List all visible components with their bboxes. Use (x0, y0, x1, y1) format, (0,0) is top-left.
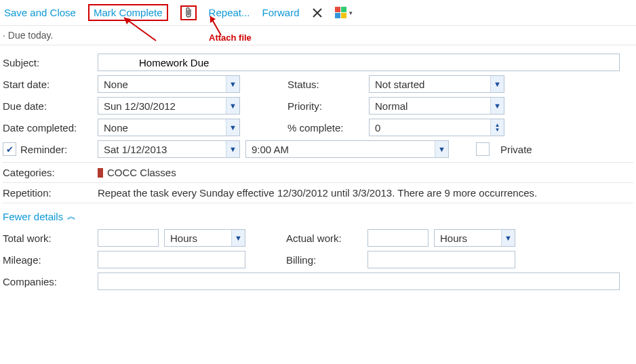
category-chip[interactable]: COCC Classes (98, 167, 176, 178)
paperclip-icon (184, 7, 193, 19)
status-value: Not started (370, 79, 490, 90)
billing-label: Billing: (286, 254, 367, 266)
category-color-icon (98, 168, 103, 178)
reminder-time-picker[interactable]: 9:00 AM ▼ (245, 140, 449, 158)
private-label: Private (500, 144, 532, 155)
private-checkbox[interactable] (476, 142, 490, 156)
start-date-label: Start date: (3, 79, 98, 90)
pct-complete-label: % complete: (287, 122, 369, 134)
categorize-icon (335, 7, 346, 18)
due-date-picker[interactable]: Sun 12/30/2012 ▼ (98, 97, 240, 115)
subject-label: Subject: (3, 57, 98, 68)
chevron-down-icon: ▼ (501, 230, 515, 246)
chevron-down-icon: ▼ (226, 141, 239, 157)
actual-work-unit-value: Hours (435, 232, 501, 244)
due-date-label: Due date: (3, 100, 98, 112)
reminder-time-value: 9:00 AM (246, 144, 435, 155)
mileage-input[interactable] (98, 251, 245, 268)
companies-label: Companies: (3, 276, 98, 287)
save-and-close-button[interactable]: Save and Close (4, 7, 76, 18)
chevron-down-icon: ▼ (490, 98, 504, 114)
chevron-down-icon: ▼ (226, 76, 239, 92)
reminder-date-picker[interactable]: Sat 1/12/2013 ▼ (98, 140, 240, 158)
spinner-icon: ▲▼ (490, 119, 504, 136)
pct-complete-stepper[interactable]: 0 ▲▼ (369, 119, 504, 136)
total-work-unit-select[interactable]: Hours ▼ (164, 229, 245, 247)
companies-input[interactable] (98, 272, 620, 290)
repetition-text: Repeat the task every Sunday effective 1… (98, 187, 537, 199)
repeat-button[interactable]: Repeat... (209, 7, 250, 18)
reminder-date-value: Sat 1/12/2013 (98, 144, 226, 155)
delete-button[interactable] (312, 7, 323, 18)
chevron-down-icon: ▼ (226, 98, 239, 114)
chevron-down-icon: ▼ (490, 76, 504, 92)
actual-work-unit-select[interactable]: Hours ▼ (434, 229, 515, 247)
categories-label: Categories: (3, 167, 98, 178)
fewer-details-label: Fewer details (3, 211, 63, 222)
actual-work-input[interactable] (367, 229, 429, 247)
actual-work-label: Actual work: (286, 232, 367, 244)
categorize-menu-button[interactable]: ▾ (335, 7, 353, 18)
priority-select[interactable]: Normal ▼ (369, 97, 504, 115)
date-completed-value: None (98, 122, 226, 134)
priority-value: Normal (370, 100, 490, 112)
total-work-label: Total work: (3, 232, 98, 244)
forward-button[interactable]: Forward (262, 7, 299, 18)
date-completed-label: Date completed: (3, 122, 98, 134)
category-name: COCC Classes (107, 167, 176, 178)
priority-label: Priority: (287, 100, 369, 112)
date-completed-picker[interactable]: None ▼ (98, 119, 240, 136)
mark-complete-button[interactable]: Mark Complete (88, 4, 168, 21)
mileage-label: Mileage: (3, 254, 98, 266)
reminder-label: Reminder: (20, 144, 67, 155)
due-banner: · Due today. (0, 26, 636, 45)
attach-file-button[interactable] (180, 5, 197, 20)
due-date-value: Sun 12/30/2012 (98, 100, 226, 112)
close-x-icon (312, 7, 323, 18)
chevron-down-icon: ▼ (231, 230, 245, 246)
dropdown-caret-icon: ▾ (349, 9, 353, 16)
repetition-label: Repetition: (3, 187, 98, 199)
reminder-checkbox[interactable] (3, 142, 16, 156)
pct-complete-value: 0 (370, 122, 490, 134)
status-select[interactable]: Not started ▼ (369, 75, 504, 93)
total-work-unit-value: Hours (165, 232, 231, 244)
chevron-up-double-icon: ︽ (67, 210, 76, 222)
subject-input[interactable] (98, 54, 620, 71)
chevron-down-icon: ▼ (435, 141, 448, 157)
total-work-input[interactable] (98, 229, 159, 247)
start-date-value: None (98, 79, 226, 90)
status-label: Status: (287, 79, 369, 90)
start-date-picker[interactable]: None ▼ (98, 75, 240, 93)
chevron-down-icon: ▼ (226, 119, 239, 136)
fewer-details-toggle[interactable]: Fewer details ︽ (3, 207, 76, 225)
billing-input[interactable] (367, 251, 515, 268)
